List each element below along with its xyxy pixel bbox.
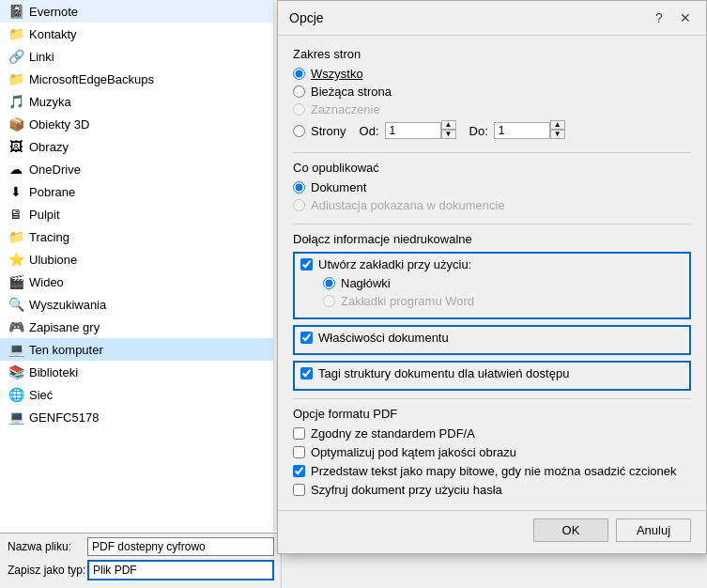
radio-adiustacja-label: Adiustacja pokazana w dokumencie (311, 198, 505, 212)
close-button[interactable]: ✕ (676, 8, 695, 27)
explorer-item[interactable]: 🎵Muzyka (0, 90, 281, 113)
dialog-titlebar: Opcje ? ✕ (278, 1, 706, 36)
explorer-item-icon: 🎵 (8, 93, 24, 110)
opcje-pdf-item[interactable]: Szyfruj dokument przy użyciu hasła (293, 483, 691, 497)
explorer-item-icon: ⭐ (8, 251, 24, 268)
explorer-item[interactable]: 💻Ten komputer (0, 338, 281, 361)
explorer-item-label: Wyszukiwania (29, 298, 106, 312)
explorer-item-label: Pulpit (29, 208, 60, 222)
explorer-item[interactable]: ⭐Ulubione (0, 248, 281, 271)
radio-strony[interactable]: Strony Od: ▲ ▼ Do: ▲ ▼ (293, 120, 691, 141)
od-label: Od: (360, 124, 379, 138)
opcje-pdf-item-label: Zgodny ze standardem PDF/A (311, 426, 475, 441)
help-button[interactable]: ? (650, 8, 669, 27)
filetype-input[interactable]: Plik PDF (87, 560, 274, 580)
explorer-item-icon: 🎮 (8, 318, 24, 335)
explorer-item-label: Obiekty 3D (29, 117, 89, 132)
opcje-pdf-item-label: Szyfruj dokument przy użyciu hasła (311, 483, 502, 497)
radio-biezaca[interactable]: Bieżąca strona (293, 85, 691, 99)
do-input-wrap: ▲ ▼ (494, 120, 565, 141)
opcje-pdf-item[interactable]: Optymalizuj pod kątem jakości obrazu (293, 445, 691, 459)
opcje-pdf-list: Zgodny ze standardem PDF/AOptymalizuj po… (293, 426, 691, 497)
dialog-footer: OK Anuluj (278, 510, 706, 553)
dialog-controls: ? ✕ (650, 8, 695, 27)
opcje-pdf-item[interactable]: Przedstaw tekst jako mapy bitowe, gdy ni… (293, 464, 691, 478)
explorer-item[interactable]: 🌐Sieć (0, 383, 281, 406)
dolacz-box2: Właściwości dokumentu (293, 325, 691, 355)
radio-zaznaczenie[interactable]: Zaznaczenie (293, 102, 691, 116)
explorer-item-icon: 💻 (8, 341, 24, 358)
do-spin-up[interactable]: ▲ (550, 120, 565, 130)
checkbox-tagi[interactable]: Tagi struktury dokumentu dla ułatwień do… (300, 366, 684, 380)
od-spin-up[interactable]: ▲ (441, 120, 456, 130)
filename-label: Nazwa pliku: (8, 540, 87, 553)
do-label: Do: (469, 124, 488, 138)
explorer-item-icon: 🔍 (8, 296, 24, 313)
radio-zaznaczenie-label: Zaznaczenie (311, 102, 380, 116)
do-spin-down[interactable]: ▼ (550, 130, 565, 139)
explorer-item-label: Tracing (29, 230, 69, 244)
explorer-item-icon: 📦 (8, 116, 24, 132)
checkbox-zakladki[interactable]: Utwórz zakładki przy użyciu: (300, 257, 684, 271)
do-input[interactable] (494, 122, 550, 139)
explorer-item[interactable]: 📚Biblioteki (0, 361, 281, 383)
od-spin-down[interactable]: ▼ (441, 130, 456, 139)
opcje-pdf-item-label: Przedstaw tekst jako mapy bitowe, gdy ni… (311, 464, 676, 478)
bottom-bar: Nazwa pliku: PDF dostepny cyfrowo Zapisz… (0, 533, 282, 588)
explorer-item-label: Pobrane (29, 185, 75, 199)
explorer-item-icon: 🖼 (8, 138, 24, 155)
dolacz-label: Dołącz informacje niedrukowalne (293, 232, 691, 246)
explorer-item[interactable]: 🔍Wyszukiwania (0, 293, 281, 316)
radio-naglowki[interactable]: Nagłówki (323, 276, 684, 290)
explorer-item-icon: 🎬 (8, 273, 24, 290)
explorer-item-icon: 📁 (8, 228, 24, 245)
od-input[interactable] (385, 122, 441, 139)
options-dialog: Opcje ? ✕ Zakres stron Wszystko Bieżąca … (277, 0, 707, 554)
explorer-item[interactable]: 🎮Zapisane gry (0, 316, 281, 338)
dialog-body: Zakres stron Wszystko Bieżąca strona Zaz… (278, 36, 706, 510)
explorer-item-icon: 🖥 (8, 206, 24, 223)
filetype-label: Zapisz jako typ: (8, 564, 87, 577)
explorer-item-icon: 📚 (8, 364, 24, 380)
radio-dokument[interactable]: Dokument (293, 180, 691, 194)
ok-button[interactable]: OK (533, 518, 608, 542)
explorer-item-icon: 📁 (8, 25, 24, 42)
filename-input[interactable]: PDF dostepny cyfrowo (87, 537, 274, 556)
explorer-item[interactable]: ☁OneDrive (0, 158, 281, 180)
explorer-item[interactable]: 🖥Pulpit (0, 203, 281, 225)
checkbox-zakladki-label: Utwórz zakładki przy użyciu: (318, 257, 471, 271)
explorer-item-label: Obrazy (29, 140, 69, 154)
explorer-item-icon: 📓 (8, 3, 24, 20)
zakres-section-label: Zakres stron (293, 47, 691, 61)
explorer-item-label: Evernote (29, 5, 78, 19)
explorer-item[interactable]: 📓Evernote (0, 0, 281, 23)
explorer-item-label: Linki (29, 50, 54, 64)
radio-adiustacja[interactable]: Adiustacja pokazana w dokumencie (293, 198, 691, 212)
explorer-item[interactable]: 📁Tracing (0, 225, 281, 248)
explorer-item-label: Muzyka (29, 95, 71, 109)
file-explorer: 📓Evernote📁Kontakty🔗Linki📁MicrosoftEdgeBa… (0, 0, 282, 588)
radio-wszystko[interactable]: Wszystko (293, 67, 691, 81)
radio-wszystko-label: Wszystko (311, 67, 363, 81)
explorer-item[interactable]: 🖼Obrazy (0, 135, 281, 158)
explorer-item[interactable]: 🎬Wideo (0, 271, 281, 293)
od-input-wrap: ▲ ▼ (385, 120, 456, 141)
cancel-button[interactable]: Anuluj (616, 518, 691, 542)
explorer-item-label: Wideo (29, 275, 64, 289)
explorer-item[interactable]: ⬇Pobrane (0, 180, 281, 203)
explorer-item[interactable]: 📁MicrosoftEdgeBackups (0, 68, 281, 90)
explorer-item[interactable]: 📦Obiekty 3D (0, 113, 281, 135)
radio-biezaca-label: Bieżąca strona (311, 85, 392, 99)
explorer-item-label: Kontakty (29, 27, 77, 41)
explorer-item[interactable]: 💻GENFC5178 (0, 406, 281, 428)
radio-naglowki-label: Nagłówki (341, 276, 391, 290)
explorer-item-icon: 🌐 (8, 386, 24, 403)
explorer-item-label: Sieć (29, 388, 53, 402)
radio-zakladki-word[interactable]: Zakładki programu Word (323, 294, 684, 308)
checkbox-tagi-label: Tagi struktury dokumentu dla ułatwień do… (318, 366, 569, 380)
opcje-pdf-item[interactable]: Zgodny ze standardem PDF/A (293, 426, 691, 441)
co-opublikowac-group: Dokument Adiustacja pokazana w dokumenci… (293, 180, 691, 212)
explorer-item[interactable]: 🔗Linki (0, 45, 281, 68)
checkbox-wlasciwosci[interactable]: Właściwości dokumentu (300, 331, 684, 345)
explorer-item[interactable]: 📁Kontakty (0, 23, 281, 45)
